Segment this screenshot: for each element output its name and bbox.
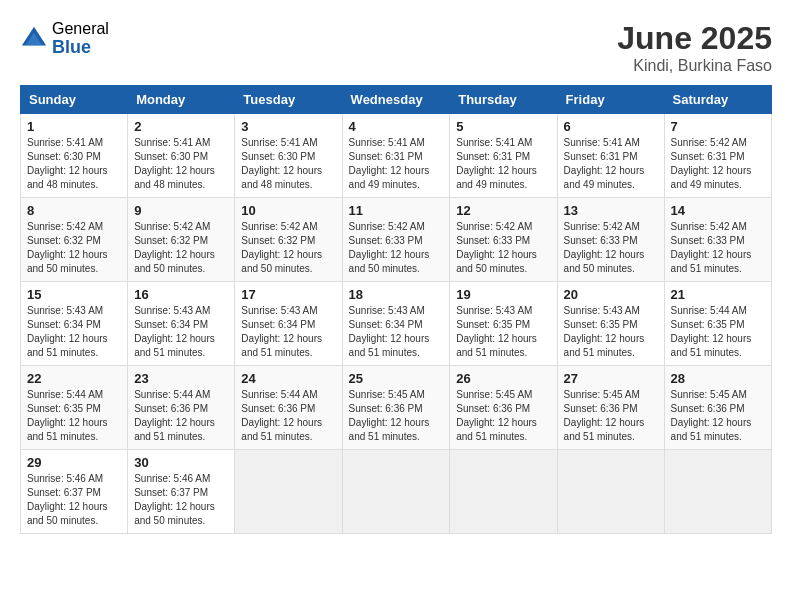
day-info: Sunrise: 5:43 AM Sunset: 6:34 PM Dayligh…: [134, 304, 228, 360]
sunset-label: Sunset: 6:36 PM: [456, 403, 530, 414]
sunrise-label: Sunrise: 5:42 AM: [456, 221, 532, 232]
calendar-day-cell: 18 Sunrise: 5:43 AM Sunset: 6:34 PM Dayl…: [342, 282, 450, 366]
day-info: Sunrise: 5:42 AM Sunset: 6:32 PM Dayligh…: [27, 220, 121, 276]
sunrise-label: Sunrise: 5:45 AM: [456, 389, 532, 400]
daylight-label: Daylight: 12 hours and 50 minutes.: [27, 501, 108, 526]
day-info: Sunrise: 5:43 AM Sunset: 6:34 PM Dayligh…: [349, 304, 444, 360]
day-number: 16: [134, 287, 228, 302]
daylight-label: Daylight: 12 hours and 49 minutes.: [671, 165, 752, 190]
sunrise-label: Sunrise: 5:45 AM: [349, 389, 425, 400]
day-info: Sunrise: 5:45 AM Sunset: 6:36 PM Dayligh…: [671, 388, 765, 444]
day-number: 12: [456, 203, 550, 218]
logo-text: General Blue: [52, 20, 109, 57]
daylight-label: Daylight: 12 hours and 51 minutes.: [27, 417, 108, 442]
sunset-label: Sunset: 6:36 PM: [671, 403, 745, 414]
calendar-day-cell: 7 Sunrise: 5:42 AM Sunset: 6:31 PM Dayli…: [664, 114, 771, 198]
sunset-label: Sunset: 6:30 PM: [27, 151, 101, 162]
daylight-label: Daylight: 12 hours and 51 minutes.: [349, 417, 430, 442]
day-number: 18: [349, 287, 444, 302]
daylight-label: Daylight: 12 hours and 49 minutes.: [456, 165, 537, 190]
calendar-day-cell: 20 Sunrise: 5:43 AM Sunset: 6:35 PM Dayl…: [557, 282, 664, 366]
day-info: Sunrise: 5:42 AM Sunset: 6:32 PM Dayligh…: [134, 220, 228, 276]
day-info: Sunrise: 5:42 AM Sunset: 6:33 PM Dayligh…: [671, 220, 765, 276]
daylight-label: Daylight: 12 hours and 51 minutes.: [27, 333, 108, 358]
weekday-header: Sunday: [21, 86, 128, 114]
day-info: Sunrise: 5:42 AM Sunset: 6:31 PM Dayligh…: [671, 136, 765, 192]
calendar-day-cell: 28 Sunrise: 5:45 AM Sunset: 6:36 PM Dayl…: [664, 366, 771, 450]
day-info: Sunrise: 5:46 AM Sunset: 6:37 PM Dayligh…: [134, 472, 228, 528]
sunrise-label: Sunrise: 5:42 AM: [671, 221, 747, 232]
weekday-header: Monday: [128, 86, 235, 114]
calendar-week-row: 29 Sunrise: 5:46 AM Sunset: 6:37 PM Dayl…: [21, 450, 772, 534]
sunrise-label: Sunrise: 5:42 AM: [671, 137, 747, 148]
calendar-day-cell: 25 Sunrise: 5:45 AM Sunset: 6:36 PM Dayl…: [342, 366, 450, 450]
calendar-day-cell: 3 Sunrise: 5:41 AM Sunset: 6:30 PM Dayli…: [235, 114, 342, 198]
calendar-day-cell: 21 Sunrise: 5:44 AM Sunset: 6:35 PM Dayl…: [664, 282, 771, 366]
sunset-label: Sunset: 6:33 PM: [671, 235, 745, 246]
sunset-label: Sunset: 6:37 PM: [27, 487, 101, 498]
calendar-day-cell: 23 Sunrise: 5:44 AM Sunset: 6:36 PM Dayl…: [128, 366, 235, 450]
sunrise-label: Sunrise: 5:42 AM: [134, 221, 210, 232]
day-info: Sunrise: 5:45 AM Sunset: 6:36 PM Dayligh…: [349, 388, 444, 444]
daylight-label: Daylight: 12 hours and 49 minutes.: [564, 165, 645, 190]
sunset-label: Sunset: 6:36 PM: [241, 403, 315, 414]
calendar-day-cell: 14 Sunrise: 5:42 AM Sunset: 6:33 PM Dayl…: [664, 198, 771, 282]
daylight-label: Daylight: 12 hours and 51 minutes.: [134, 417, 215, 442]
sunset-label: Sunset: 6:34 PM: [27, 319, 101, 330]
sunset-label: Sunset: 6:31 PM: [564, 151, 638, 162]
logo-blue: Blue: [52, 38, 109, 58]
sunset-label: Sunset: 6:30 PM: [241, 151, 315, 162]
sunset-label: Sunset: 6:36 PM: [564, 403, 638, 414]
day-number: 25: [349, 371, 444, 386]
day-number: 27: [564, 371, 658, 386]
sunrise-label: Sunrise: 5:41 AM: [564, 137, 640, 148]
sunset-label: Sunset: 6:32 PM: [134, 235, 208, 246]
daylight-label: Daylight: 12 hours and 51 minutes.: [241, 333, 322, 358]
daylight-label: Daylight: 12 hours and 50 minutes.: [564, 249, 645, 274]
logo-icon: [20, 25, 48, 53]
daylight-label: Daylight: 12 hours and 51 minutes.: [456, 333, 537, 358]
day-number: 26: [456, 371, 550, 386]
day-info: Sunrise: 5:44 AM Sunset: 6:36 PM Dayligh…: [134, 388, 228, 444]
day-number: 6: [564, 119, 658, 134]
sunrise-label: Sunrise: 5:42 AM: [349, 221, 425, 232]
sunset-label: Sunset: 6:31 PM: [456, 151, 530, 162]
day-info: Sunrise: 5:45 AM Sunset: 6:36 PM Dayligh…: [564, 388, 658, 444]
calendar-day-cell: 26 Sunrise: 5:45 AM Sunset: 6:36 PM Dayl…: [450, 366, 557, 450]
day-number: 9: [134, 203, 228, 218]
sunset-label: Sunset: 6:37 PM: [134, 487, 208, 498]
sunset-label: Sunset: 6:33 PM: [349, 235, 423, 246]
sunset-label: Sunset: 6:32 PM: [241, 235, 315, 246]
day-number: 7: [671, 119, 765, 134]
calendar-day-cell: 5 Sunrise: 5:41 AM Sunset: 6:31 PM Dayli…: [450, 114, 557, 198]
daylight-label: Daylight: 12 hours and 51 minutes.: [349, 333, 430, 358]
calendar-day-cell: 4 Sunrise: 5:41 AM Sunset: 6:31 PM Dayli…: [342, 114, 450, 198]
calendar-day-cell: 27 Sunrise: 5:45 AM Sunset: 6:36 PM Dayl…: [557, 366, 664, 450]
calendar-week-row: 1 Sunrise: 5:41 AM Sunset: 6:30 PM Dayli…: [21, 114, 772, 198]
day-number: 4: [349, 119, 444, 134]
daylight-label: Daylight: 12 hours and 49 minutes.: [349, 165, 430, 190]
day-info: Sunrise: 5:41 AM Sunset: 6:30 PM Dayligh…: [27, 136, 121, 192]
sunset-label: Sunset: 6:35 PM: [456, 319, 530, 330]
day-info: Sunrise: 5:45 AM Sunset: 6:36 PM Dayligh…: [456, 388, 550, 444]
month-title: June 2025: [617, 20, 772, 57]
day-info: Sunrise: 5:43 AM Sunset: 6:34 PM Dayligh…: [27, 304, 121, 360]
sunset-label: Sunset: 6:31 PM: [349, 151, 423, 162]
sunrise-label: Sunrise: 5:42 AM: [564, 221, 640, 232]
day-number: 30: [134, 455, 228, 470]
day-info: Sunrise: 5:44 AM Sunset: 6:35 PM Dayligh…: [27, 388, 121, 444]
logo: General Blue: [20, 20, 109, 57]
daylight-label: Daylight: 12 hours and 51 minutes.: [134, 333, 215, 358]
day-info: Sunrise: 5:44 AM Sunset: 6:36 PM Dayligh…: [241, 388, 335, 444]
sunrise-label: Sunrise: 5:44 AM: [671, 305, 747, 316]
sunrise-label: Sunrise: 5:41 AM: [349, 137, 425, 148]
daylight-label: Daylight: 12 hours and 50 minutes.: [241, 249, 322, 274]
title-block: June 2025 Kindi, Burkina Faso: [617, 20, 772, 75]
weekday-header: Thursday: [450, 86, 557, 114]
sunset-label: Sunset: 6:32 PM: [27, 235, 101, 246]
calendar-week-row: 22 Sunrise: 5:44 AM Sunset: 6:35 PM Dayl…: [21, 366, 772, 450]
weekday-header: Saturday: [664, 86, 771, 114]
sunset-label: Sunset: 6:30 PM: [134, 151, 208, 162]
sunrise-label: Sunrise: 5:43 AM: [456, 305, 532, 316]
day-info: Sunrise: 5:46 AM Sunset: 6:37 PM Dayligh…: [27, 472, 121, 528]
